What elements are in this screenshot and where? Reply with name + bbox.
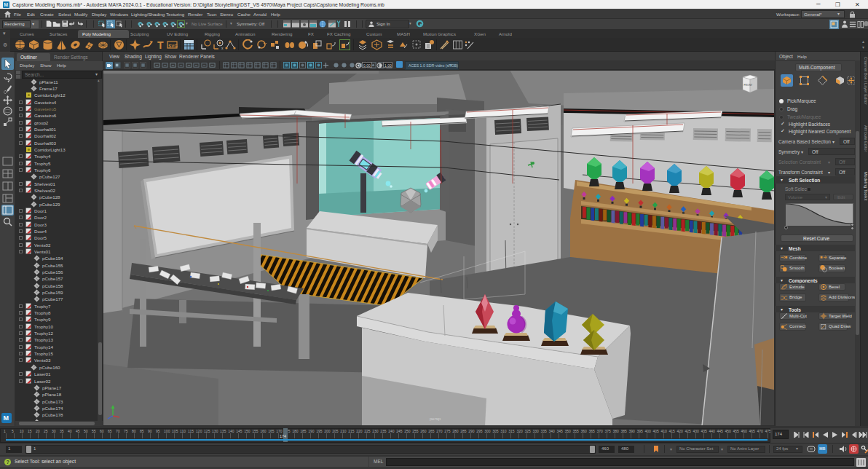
svg-text:FRONT: FRONT <box>744 84 753 87</box>
svg-text:SVG: SVG <box>168 44 178 48</box>
svg-text:persp: persp <box>430 417 441 421</box>
svg-text:T: T <box>157 39 164 50</box>
svg-text:x: x <box>221 46 224 50</box>
